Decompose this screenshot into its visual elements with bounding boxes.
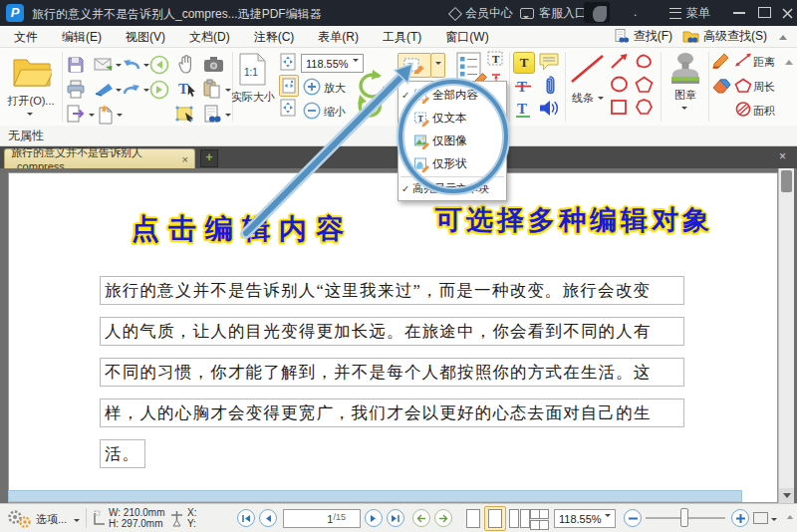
next-view-button[interactable] xyxy=(149,80,169,100)
app-menu-button[interactable]: 菜单 xyxy=(669,5,710,22)
document-search-caret[interactable] xyxy=(225,114,231,120)
doc-text-line[interactable]: 旅行的意义并不是告诉别人“这里我来过”，而是一种改变。旅行会改变 xyxy=(100,276,684,305)
options-button[interactable]: 选项... xyxy=(36,512,67,527)
document-close-icon[interactable]: × xyxy=(779,149,786,163)
perimeter-label[interactable]: 周长 xyxy=(753,80,775,95)
distance-tool-button[interactable] xyxy=(734,53,752,68)
arrow-tool-button[interactable] xyxy=(610,53,629,70)
single-page-layout-button[interactable] xyxy=(466,509,480,528)
status-zoom-combobox[interactable]: 118.55% xyxy=(554,509,616,528)
new-document-caret[interactable] xyxy=(117,114,123,120)
page-number-input[interactable]: 1 /15 xyxy=(283,509,361,528)
menu-comment[interactable]: 注释(C) xyxy=(242,26,307,48)
line-tool-label[interactable]: 线条 xyxy=(572,91,594,106)
two-page-layout-button[interactable] xyxy=(509,509,530,528)
horizontal-scrollbar-thumb[interactable] xyxy=(8,490,742,502)
open-dropdown-caret[interactable] xyxy=(27,113,33,119)
continuous-layout-button[interactable] xyxy=(484,506,506,531)
maximize-button[interactable] xyxy=(758,7,771,18)
menu-file[interactable]: 文件 xyxy=(2,26,50,48)
undo-button[interactable] xyxy=(122,55,141,73)
stamp-caret[interactable] xyxy=(681,107,687,113)
menu-form[interactable]: 表单(R) xyxy=(306,26,371,48)
menu-item-text-only[interactable]: T 仅文本 xyxy=(398,107,506,130)
zoom-out-label[interactable]: 缩小 xyxy=(324,105,346,120)
square-tool-button[interactable] xyxy=(610,99,629,116)
options-caret[interactable] xyxy=(74,519,80,525)
previous-page-button[interactable] xyxy=(259,509,277,527)
menu-item-image-only[interactable]: 仅图像 xyxy=(398,130,506,152)
zoom-in-label[interactable]: 放大 xyxy=(324,81,346,96)
new-document-button[interactable] xyxy=(97,105,115,125)
zoom-out-button[interactable] xyxy=(303,102,321,120)
vertical-scrollbar[interactable] xyxy=(778,168,794,503)
minimize-button[interactable] xyxy=(733,12,745,14)
scroll-down-button[interactable] xyxy=(779,488,794,503)
tab-close-icon[interactable]: × xyxy=(182,153,188,165)
menu-window[interactable]: 窗口(W) xyxy=(433,26,500,48)
export-caret[interactable] xyxy=(89,114,95,120)
sticky-note-button[interactable] xyxy=(539,53,560,72)
rotate-pages-button[interactable] xyxy=(353,70,391,118)
area-tool-button[interactable] xyxy=(734,102,752,117)
select-annotation-button[interactable] xyxy=(175,105,196,124)
edit-content-button[interactable]: T xyxy=(398,53,431,78)
pencil-tool-button[interactable] xyxy=(711,52,732,69)
highlight-text-button[interactable]: T xyxy=(513,52,535,74)
menu-item-highlight-text-blocks[interactable]: ✓ 高亮显示文本块 xyxy=(398,178,506,198)
redo-button[interactable] xyxy=(122,80,141,98)
eraser-tool-button[interactable] xyxy=(711,77,732,94)
fit-page-button[interactable] xyxy=(280,53,296,71)
actual-size-label[interactable]: 实际大小 xyxy=(229,90,277,105)
open-button[interactable] xyxy=(12,54,52,88)
fullscreen-mode-button[interactable] xyxy=(753,512,768,524)
member-center-button[interactable]: 会员中心 xyxy=(450,5,513,22)
underline-text-button[interactable]: T xyxy=(513,100,533,120)
perimeter-tool-button[interactable] xyxy=(734,78,752,93)
menu-view[interactable]: 视图(V) xyxy=(114,26,177,48)
doc-text-line[interactable]: 活。 xyxy=(100,439,145,468)
menu-item-shape-only[interactable]: 仅形状 xyxy=(398,152,506,175)
menu-document[interactable]: 文档(D) xyxy=(177,26,242,48)
document-tab[interactable]: 旅行的意义并不是告诉别人_compress × xyxy=(4,148,195,168)
menu-edit[interactable]: 编辑(E) xyxy=(50,26,114,48)
doc-text-line[interactable]: 人的气质，让人的目光变得更加长远。在旅途中，你会看到不同的人有 xyxy=(100,317,684,346)
vertical-scrollbar-thumb[interactable] xyxy=(781,170,792,192)
snapshot-button[interactable] xyxy=(203,56,224,73)
distance-label[interactable]: 距离 xyxy=(753,55,775,70)
select-text-button[interactable]: T xyxy=(177,80,198,99)
previous-view-nav-button[interactable] xyxy=(412,509,430,527)
new-tab-button[interactable]: + xyxy=(200,149,218,167)
first-page-button[interactable] xyxy=(237,509,255,527)
statusbar-collapse-icon[interactable] xyxy=(787,512,793,519)
attach-file-button[interactable] xyxy=(542,75,557,96)
stamp-tool-button[interactable] xyxy=(94,82,114,97)
pentagon-tool-button[interactable] xyxy=(635,76,654,93)
document-search-button[interactable] xyxy=(203,105,223,125)
find-button[interactable]: 查找(F) xyxy=(634,28,672,45)
doc-text-line[interactable]: 不同的习惯，你才能了解到，并不是每个人都按照你的方式在生活。这 xyxy=(100,358,684,387)
hand-tool-button[interactable] xyxy=(177,54,195,75)
last-page-button[interactable] xyxy=(387,509,404,527)
export-button[interactable] xyxy=(66,105,87,125)
actual-size-button[interactable]: 1:1 xyxy=(239,53,266,86)
zoom-in-button[interactable] xyxy=(303,78,321,96)
email-button[interactable] xyxy=(94,57,114,73)
add-text-button[interactable]: T xyxy=(487,51,504,67)
edit-content-dropdown-caret[interactable] xyxy=(430,53,445,78)
two-page-continuous-layout-button[interactable] xyxy=(530,509,547,530)
close-button[interactable] xyxy=(782,8,793,19)
fit-width-button[interactable] xyxy=(279,75,299,97)
view-mode-caret[interactable] xyxy=(771,518,777,524)
status-zoom-in-button[interactable] xyxy=(731,509,749,527)
advanced-find-button[interactable]: 高级查找(S) xyxy=(703,28,767,45)
line-tool-caret[interactable] xyxy=(598,97,604,103)
area-label[interactable]: 面积 xyxy=(753,104,775,119)
print-button[interactable] xyxy=(66,80,86,99)
zoom-slider-thumb[interactable] xyxy=(680,508,688,527)
stamp-label[interactable]: 图章 xyxy=(667,88,703,103)
collapse-toolbar-icon[interactable] xyxy=(779,31,787,40)
previous-view-button[interactable] xyxy=(149,55,169,75)
polygon-tool-button[interactable] xyxy=(635,99,654,116)
cloud-tool-button[interactable] xyxy=(635,53,654,70)
